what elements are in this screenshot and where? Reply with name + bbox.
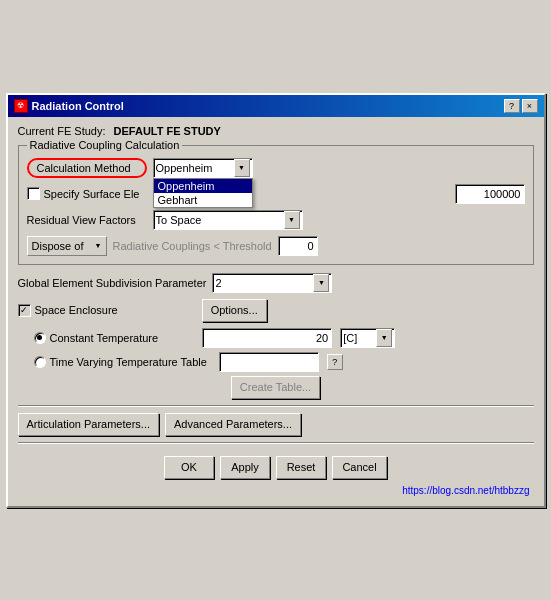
time-varying-label: Time Varying Temperature Table [50,356,207,368]
constant-temp-row: Constant Temperature [C] ▼ [34,328,534,348]
window-icon: ☢ [14,99,28,113]
temp-unit-arrow-icon: ▼ [376,329,392,347]
constant-temp-label: Constant Temperature [50,332,159,344]
current-fe-label: Current FE Study: [18,125,106,137]
dispose-select[interactable]: Dispose of ▼ [27,236,107,256]
create-table-row: Create Table... [18,376,534,399]
residual-view-factors-label: Residual View Factors [27,214,147,226]
calculation-method-row: Calculation Method Oppenheim ▼ Oppenheim… [27,158,525,178]
advanced-parameters-button[interactable]: Advanced Parameters... [165,413,301,436]
calculation-method-value: Oppenheim [156,162,234,174]
window-title: Radiation Control [32,100,124,112]
current-fe-row: Current FE Study: DEFAULT FE STUDY [18,125,534,137]
specify-surface-row: Specify Surface Ele [27,184,525,204]
divider [18,405,534,407]
residual-view-factors-select[interactable]: To Space ▼ [153,210,303,230]
threshold-input[interactable] [278,236,318,256]
dropdown-option-gebhart[interactable]: Gebhart [154,193,252,207]
calculation-method-dropdown-list[interactable]: Oppenheim Gebhart [153,178,253,208]
group-content: Calculation Method Oppenheim ▼ Oppenheim… [27,158,525,256]
time-varying-radio[interactable] [34,356,46,368]
space-enclosure-row: ✓ Space Enclosure Options... [18,299,534,322]
gesd-label: Global Element Subdivision Parameter [18,277,207,289]
time-varying-help-button[interactable]: ? [327,354,343,370]
bottom-top-buttons: Articulation Parameters... Advanced Para… [18,413,534,436]
radiation-control-window: ☢ Radiation Control ? × Current FE Study… [6,93,546,508]
window-content: Current FE Study: DEFAULT FE STUDY Radia… [8,117,544,506]
ok-button[interactable]: OK [164,456,214,479]
gesd-value: 2 [215,277,313,289]
dispose-arrow-icon: ▼ [95,242,102,249]
url-text: https://blog.csdn.net/htbbzzg [18,483,534,498]
calculation-method-dropdown[interactable]: Oppenheim ▼ Oppenheim Gebhart [153,158,253,178]
calculation-method-select[interactable]: Oppenheim ▼ [153,158,253,178]
articulation-parameters-button[interactable]: Articulation Parameters... [18,413,160,436]
constant-temp-radio[interactable] [34,332,46,344]
cancel-button[interactable]: Cancel [332,456,387,479]
gesd-row: Global Element Subdivision Parameter 2 ▼ [18,273,534,293]
specify-surface-label: Specify Surface Ele [44,188,140,200]
dropdown-option-oppenheim[interactable]: Oppenheim [154,179,252,193]
dispose-row: Dispose of ▼ Radiative Couplings < Thres… [27,236,525,256]
title-bar: ☢ Radiation Control ? × [8,95,544,117]
calculation-method-label: Calculation Method [27,158,147,178]
close-title-button[interactable]: × [522,99,538,113]
title-bar-left: ☢ Radiation Control [14,99,124,113]
specify-surface-input[interactable] [455,184,525,204]
divider2 [18,442,534,444]
gesd-select[interactable]: 2 ▼ [212,273,332,293]
space-enclosure-checkbox[interactable]: ✓ [18,304,31,317]
specify-surface-checkbox[interactable] [27,187,40,200]
dialog-buttons: OK Apply Reset Cancel [18,450,534,483]
residual-view-factors-row: Residual View Factors To Space ▼ [27,210,525,230]
options-button[interactable]: Options... [202,299,267,322]
residual-view-factors-value: To Space [156,214,284,226]
gesd-arrow-icon: ▼ [313,274,329,292]
temp-unit-value: [C] [343,332,376,344]
reset-button[interactable]: Reset [276,456,326,479]
time-varying-row: Time Varying Temperature Table ? [34,352,534,372]
residual-dropdown-arrow-icon: ▼ [284,211,300,229]
space-enclosure-label: Space Enclosure [35,304,118,316]
threshold-label: Radiative Couplings < Threshold [113,240,272,252]
temperature-section: Constant Temperature [C] ▼ Time Varying … [34,328,534,372]
current-fe-value: DEFAULT FE STUDY [114,125,221,137]
dropdown-arrow-icon: ▼ [234,159,250,177]
title-bar-right: ? × [504,99,538,113]
apply-button[interactable]: Apply [220,456,270,479]
create-table-button[interactable]: Create Table... [231,376,320,399]
dispose-label: Dispose of [32,240,91,252]
constant-temp-input[interactable] [202,328,332,348]
group-title: Radiative Coupling Calculation [27,139,183,151]
help-title-button[interactable]: ? [504,99,520,113]
time-varying-input[interactable] [219,352,319,372]
temp-unit-select[interactable]: [C] ▼ [340,328,395,348]
radiative-coupling-group: Radiative Coupling Calculation Calculati… [18,145,534,265]
